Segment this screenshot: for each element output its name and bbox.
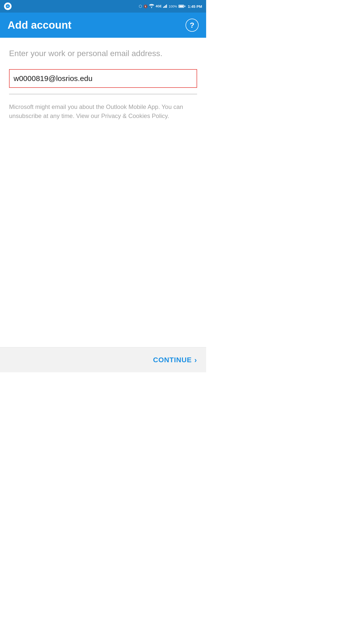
disclaimer-text: Microsoft might email you about the Outl… — [9, 102, 197, 120]
bluetooth-icon: ⬡ — [139, 4, 142, 9]
svg-rect-2 — [165, 5, 166, 8]
signal-icon: 4GE — [156, 5, 162, 8]
svg-rect-3 — [166, 5, 167, 8]
status-bar-left — [4, 3, 12, 10]
main-content: Enter your work or personal email addres… — [0, 38, 206, 120]
continue-button[interactable]: CONTINUE › — [153, 356, 197, 364]
status-time: 1:45 PM — [188, 4, 202, 9]
svg-rect-1 — [164, 6, 165, 8]
messenger-icon — [4, 3, 12, 10]
continue-label: CONTINUE — [153, 356, 192, 364]
battery-icon — [178, 5, 185, 8]
email-prompt-text: Enter your work or personal email addres… — [9, 48, 197, 59]
help-icon: ? — [190, 21, 194, 29]
status-bar: ⬡ 🔇 4GE 100% 1:45 PM — [0, 0, 206, 13]
status-bar-right: ⬡ 🔇 4GE 100% 1:45 PM — [139, 4, 202, 9]
email-input-wrapper — [9, 69, 197, 88]
help-button[interactable]: ? — [186, 19, 199, 32]
battery-percent: 100% — [169, 5, 177, 8]
mute-icon: 🔇 — [144, 5, 148, 8]
signal-bars-icon — [163, 4, 167, 9]
wifi-icon — [149, 4, 154, 9]
page-title: Add account — [8, 19, 71, 31]
email-input[interactable] — [9, 69, 197, 88]
input-underline — [9, 94, 197, 94]
chevron-right-icon: › — [194, 356, 197, 364]
svg-rect-0 — [163, 7, 164, 8]
bottom-bar: CONTINUE › — [0, 347, 206, 372]
app-bar: Add account ? — [0, 13, 206, 38]
